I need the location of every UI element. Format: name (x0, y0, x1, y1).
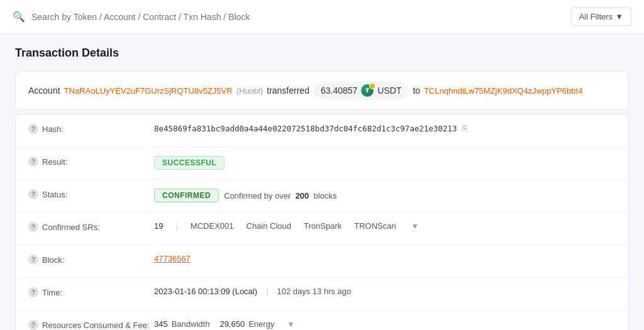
time-ago: 102 days 13 hrs ago (277, 287, 351, 296)
filter-label: All Filters (579, 12, 613, 21)
confirmed-srs-label-col: ? Confirmed SRs: (28, 221, 154, 232)
sr-name-1: MCDEX001 (191, 221, 234, 231)
block-label-col: ? Block: (28, 254, 154, 265)
time-local: 2023-01-16 00:13:09 (Local) (154, 287, 257, 296)
token-name: USDT (377, 85, 401, 96)
search-input[interactable] (31, 12, 553, 22)
all-filters-button[interactable]: All Filters ▼ (571, 8, 631, 26)
chevron-down-icon: ▼ (615, 12, 623, 21)
resources-label: Resources Consumed & Fee: (42, 321, 150, 330)
sr-name-3: TronSpark (304, 221, 341, 231)
status-value-col: CONFIRMED Confirmed by over 200 blocks (154, 189, 616, 202)
energy-item: 29,650 Energy (219, 319, 274, 329)
status-row: ? Status: CONFIRMED Confirmed by over 20… (16, 180, 628, 212)
resources-dropdown-arrow[interactable]: ▼ (287, 320, 294, 329)
sr-items: 19 | MCDEX001 Chain Cloud TronSpark TRON… (154, 221, 419, 231)
hash-row: ? Hash: 8e45869fa831bc9add0a4a44e0220725… (16, 114, 628, 147)
sr-name-4: TRONScan (354, 221, 396, 231)
sr-count: 19 (154, 221, 163, 231)
hash-value-col: 8e45869fa831bc9add0a4a44e022072518bd37dc… (154, 123, 616, 133)
from-account-label: (Huobi) (236, 86, 264, 96)
search-icon: 🔍 (13, 11, 25, 23)
to-account-link[interactable]: TCLnqhndiLw75MZjK9dXQ4zJwppYP6bbt4 (424, 86, 582, 96)
usdt-icon: ₮ (361, 84, 374, 97)
block-help-icon[interactable]: ? (28, 255, 38, 265)
from-account-link[interactable]: TNaRAoLUyYEV2uF7GUrzSjRQTU8v5ZJ5VR (64, 86, 233, 96)
copy-icon[interactable]: ⎘ (462, 123, 467, 133)
energy-label: Energy (248, 319, 274, 329)
amount-box: 63.40857 ₮ USDT (313, 82, 409, 99)
resources-row: ? Resources Consumed & Fee: Fee Limit: 1… (16, 311, 628, 330)
block-value-col: 47736567 (154, 254, 616, 263)
block-label: Block: (42, 255, 64, 265)
transfer-amount: 63.40857 (321, 85, 357, 96)
transfer-summary: Account TNaRAoLUyYEV2uF7GUrzSjRQTU8v5ZJ5… (15, 71, 629, 110)
transfer-verb: transferred (267, 85, 309, 96)
status-label-col: ? Status: (28, 189, 154, 199)
sr-divider-1: | (175, 221, 177, 231)
resources-help-icon[interactable]: ? (28, 320, 38, 330)
transfer-to-word: to (413, 85, 420, 96)
main-content: Transaction Details Account TNaRAoLUyYEV… (0, 34, 644, 330)
result-help-icon[interactable]: ? (28, 157, 38, 167)
energy-num: 29,650 (219, 319, 245, 329)
result-row: ? Result: SUCCESSFUL (16, 147, 628, 180)
hash-help-icon[interactable]: ? (28, 124, 38, 134)
resources-label-col: ? Resources Consumed & Fee: Fee Limit: 1… (28, 319, 154, 330)
time-value-col: 2023-01-16 00:13:09 (Local) | 102 days 1… (154, 287, 616, 296)
hash-label-col: ? Hash: (28, 123, 154, 134)
sr-dropdown-arrow[interactable]: ▼ (411, 222, 419, 231)
confirmed-srs-help-icon[interactable]: ? (28, 222, 38, 232)
transfer-prefix: Account (28, 85, 60, 96)
result-badge: SUCCESSFUL (154, 156, 225, 170)
confirmed-srs-row: ? Confirmed SRs: 19 | MCDEX001 Chain Clo… (16, 212, 628, 245)
sr-name-2: Chain Cloud (247, 221, 292, 231)
block-row: ? Block: 47736567 (16, 245, 628, 278)
details-card: ? Hash: 8e45869fa831bc9add0a4a44e0220725… (15, 114, 629, 330)
block-value-link[interactable]: 47736567 (154, 254, 191, 263)
hash-label: Hash: (42, 124, 64, 134)
status-label: Status: (42, 190, 67, 199)
result-label: Result: (42, 157, 67, 167)
status-blocks: 200 (296, 191, 309, 201)
hash-text: 8e45869fa831bc9add0a4a44e022072518bd37dc… (154, 124, 457, 133)
bandwidth-num: 345 (154, 319, 168, 329)
resource-items: 345 Bandwidth 29,650 Energy ▼ (154, 319, 294, 329)
time-help-icon[interactable]: ? (28, 287, 38, 297)
resources-value-col: 345 Bandwidth 29,650 Energy ▼ (154, 319, 616, 329)
confirmed-srs-value-col: 19 | MCDEX001 Chain Cloud TronSpark TRON… (154, 221, 616, 231)
bandwidth-item: 345 Bandwidth (154, 319, 209, 329)
page-title: Transaction Details (15, 47, 629, 60)
confirmed-srs-label: Confirmed SRs: (42, 223, 100, 232)
time-row: ? Time: 2023-01-16 00:13:09 (Local) | 10… (16, 278, 628, 311)
status-help-icon[interactable]: ? (28, 189, 38, 199)
result-label-col: ? Result: (28, 156, 154, 167)
status-description: Confirmed by over 200 blocks (224, 191, 336, 201)
time-label: Time: (42, 288, 62, 297)
search-bar: 🔍 (13, 11, 553, 23)
time-label-col: ? Time: (28, 287, 154, 297)
result-value-col: SUCCESSFUL (154, 156, 616, 170)
time-separator: | (266, 287, 268, 296)
bandwidth-label: Bandwidth (172, 319, 210, 329)
header: 🔍 All Filters ▼ (0, 0, 644, 34)
status-badge: CONFIRMED (154, 189, 219, 202)
